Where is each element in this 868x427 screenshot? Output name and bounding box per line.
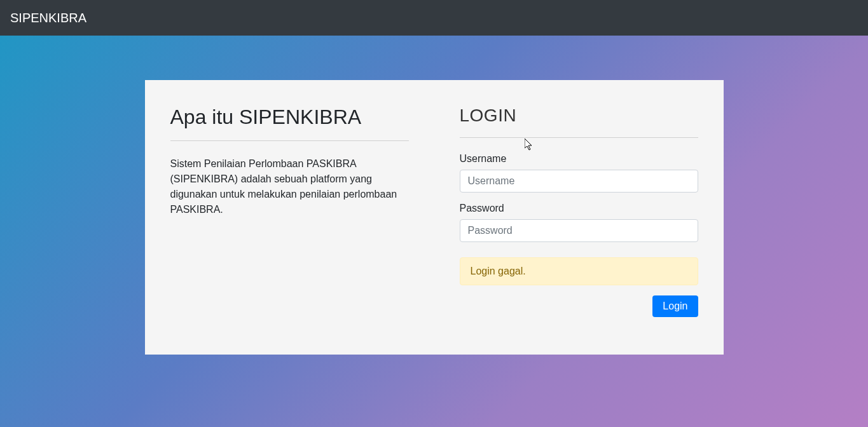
- password-label: Password: [460, 203, 698, 214]
- username-input[interactable]: [460, 170, 698, 193]
- navbar-brand[interactable]: SIPENKIBRA: [10, 11, 86, 25]
- login-error-alert: Login gagal.: [460, 257, 698, 285]
- about-description: Sistem Penilaian Perlombaan PASKIBRA (SI…: [170, 156, 409, 217]
- login-panel: LOGIN Username Password Login gagal. Log…: [434, 105, 698, 329]
- main-background: Apa itu SIPENKIBRA Sistem Penilaian Perl…: [0, 36, 868, 427]
- about-panel: Apa itu SIPENKIBRA Sistem Penilaian Perl…: [170, 105, 434, 329]
- login-button-container: Login: [460, 295, 698, 317]
- about-divider: [170, 140, 409, 141]
- login-button[interactable]: Login: [652, 295, 698, 317]
- password-input[interactable]: [460, 219, 698, 242]
- login-title: LOGIN: [460, 105, 698, 126]
- username-group: Username: [460, 153, 698, 193]
- login-divider: [460, 137, 698, 138]
- navbar: SIPENKIBRA: [0, 0, 868, 36]
- about-title: Apa itu SIPENKIBRA: [170, 105, 409, 129]
- username-label: Username: [460, 153, 698, 165]
- login-card: Apa itu SIPENKIBRA Sistem Penilaian Perl…: [145, 80, 724, 355]
- password-group: Password: [460, 203, 698, 242]
